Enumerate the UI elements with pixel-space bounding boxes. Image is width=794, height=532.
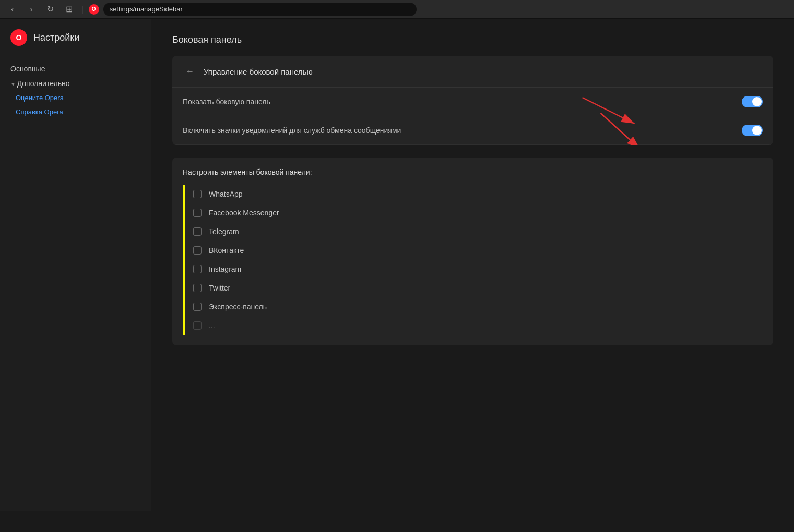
vkontakte-label: ВКонтакте [209,246,244,255]
facebook-messenger-checkbox[interactable] [193,209,202,217]
settings-sidebar: O Настройки Основные Дополнительно Оцени… [0,19,151,511]
whatsapp-label: WhatsApp [209,190,243,198]
settings-card: ← Управление боковой панелью Показать бо… [172,56,773,145]
list-item: WhatsApp [183,185,763,203]
twitter-checkbox[interactable] [193,284,202,292]
sidebar-header: O Настройки [0,29,151,56]
items-list: WhatsApp Facebook Messenger Telegram [183,185,763,335]
sidebar-page-title: Настройки [33,32,79,43]
instagram-label: Instagram [209,265,241,273]
sidebar-link-rate-opera[interactable]: Оцените Opera [0,91,151,105]
list-item: Telegram [183,222,763,241]
telegram-checkbox[interactable] [193,227,202,236]
notifications-toggle[interactable] [742,125,763,136]
toggle-thumb-2 [752,126,762,135]
section-title: Боковая панель [172,34,773,45]
notifications-row: Включить значки уведомлений для служб об… [172,116,773,145]
card-header-title: Управление боковой панелью [204,67,313,76]
browser-titlebar: ‹ › ↻ ⊞ | O [0,0,794,19]
more-item-checkbox[interactable] [193,321,202,330]
opera-logo-icon: O [89,4,99,15]
list-item: ... [183,316,763,335]
grid-button[interactable]: ⊞ [62,2,76,17]
card-back-button[interactable]: ← [183,64,197,79]
card-header: ← Управление боковой панелью [172,56,773,88]
notifications-label: Включить значки уведомлений для служб об… [183,126,401,135]
opera-logo-sidebar: O [10,29,27,46]
show-sidebar-row: Показать боковую панель [172,88,773,116]
back-button[interactable]: ‹ [5,2,20,17]
list-item: Instagram [183,260,763,279]
show-sidebar-toggle[interactable] [742,96,763,107]
express-panel-checkbox[interactable] [193,303,202,311]
sidebar-item-advanced[interactable]: Дополнительно [0,76,151,91]
reload-button[interactable]: ↻ [43,2,57,17]
sidebar-item-basic[interactable]: Основные [0,62,151,76]
items-section: Настроить элементы боковой панели: Whats… [172,158,773,345]
list-item: Экспресс-панель [183,297,763,316]
twitter-label: Twitter [209,284,230,292]
vkontakte-checkbox[interactable] [193,246,202,255]
telegram-label: Telegram [209,227,239,236]
forward-button[interactable]: › [24,2,39,17]
drag-indicator-bar [183,185,185,335]
toggle-thumb-1 [752,97,762,106]
show-sidebar-label: Показать боковую панель [183,98,270,106]
express-panel-label: Экспресс-панель [209,303,267,311]
sidebar-nav: Основные Дополнительно Оцените Opera Спр… [0,56,151,124]
settings-main: Боковая панель ← Управление боковой пане… [151,19,794,511]
list-item: Twitter [183,279,763,297]
more-item-label: ... [209,321,215,330]
facebook-messenger-label: Facebook Messenger [209,209,279,217]
address-bar[interactable] [103,3,417,16]
sidebar-items-card: Настроить элементы боковой панели: Whats… [172,158,773,345]
items-section-title: Настроить элементы боковой панели: [183,168,763,176]
list-item: ВКонтакте [183,241,763,260]
instagram-checkbox[interactable] [193,265,202,273]
whatsapp-checkbox[interactable] [193,190,202,198]
list-item: Facebook Messenger [183,203,763,222]
settings-container: O Настройки Основные Дополнительно Оцени… [0,19,794,511]
sidebar-link-help-opera[interactable]: Справка Opera [0,105,151,119]
